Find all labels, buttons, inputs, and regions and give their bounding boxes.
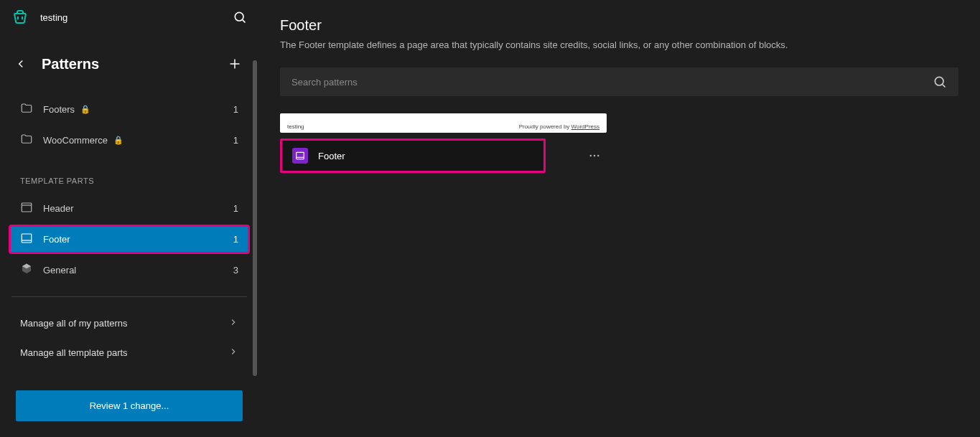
pattern-preview[interactable]: testing Proudly powered by WordPress bbox=[280, 113, 607, 133]
footer-layout-icon bbox=[20, 232, 33, 247]
chevron-right-icon bbox=[228, 347, 238, 359]
svg-rect-1 bbox=[22, 203, 32, 212]
footer-block-icon bbox=[292, 148, 308, 164]
lock-icon: 🔒 bbox=[113, 136, 123, 145]
page-description: The Footer template defines a page area … bbox=[280, 39, 958, 50]
pattern-label: Footer bbox=[318, 151, 345, 161]
nav-item-header[interactable]: Header 1 bbox=[9, 194, 250, 223]
chevron-right-icon bbox=[228, 317, 238, 329]
main-content: Footer The Footer template defines a pag… bbox=[258, 0, 980, 437]
nav-label: Footers 🔒 bbox=[43, 104, 223, 115]
section-label-template-parts: TEMPLATE PARTS bbox=[9, 156, 250, 192]
svg-point-5 bbox=[590, 155, 592, 156]
template-parts-list: Header 1 Footer 1 General 3 bbox=[9, 194, 250, 285]
nav-count: 1 bbox=[233, 234, 238, 245]
nav-item-footer[interactable]: Footer 1 bbox=[9, 225, 250, 254]
review-changes-button[interactable]: Review 1 change... bbox=[16, 390, 243, 421]
general-layout-icon bbox=[20, 263, 33, 278]
nav-item-woocommerce[interactable]: WooCommerce 🔒 1 bbox=[9, 126, 250, 155]
svg-point-0 bbox=[235, 12, 243, 21]
preview-powered-by: Proudly powered by WordPress bbox=[519, 123, 599, 130]
nav-count: 1 bbox=[233, 104, 238, 115]
nav-item-general[interactable]: General 3 bbox=[9, 255, 250, 285]
svg-rect-2 bbox=[22, 234, 32, 243]
scrollbar-thumb[interactable] bbox=[253, 60, 257, 376]
divider bbox=[11, 296, 247, 297]
svg-rect-4 bbox=[297, 152, 304, 159]
header-search-icon[interactable] bbox=[233, 10, 247, 24]
preview-site-title: testing bbox=[287, 123, 304, 130]
nav-count: 1 bbox=[233, 135, 238, 146]
nav-label: WooCommerce 🔒 bbox=[43, 135, 223, 146]
svg-point-6 bbox=[594, 155, 595, 156]
nav-count: 1 bbox=[233, 203, 238, 214]
search-icon[interactable] bbox=[933, 75, 947, 89]
nav-label: Header bbox=[43, 203, 223, 214]
manage-patterns-link[interactable]: Manage all of my patterns bbox=[9, 309, 250, 338]
pattern-card: testing Proudly powered by WordPress Foo… bbox=[280, 113, 607, 173]
sidebar: testing Patterns Footers 🔒 1 bbox=[0, 0, 258, 437]
header-layout-icon bbox=[20, 201, 33, 216]
lock-icon: 🔒 bbox=[80, 105, 90, 114]
pattern-card-row: Footer bbox=[280, 138, 607, 173]
site-title: testing bbox=[40, 12, 67, 23]
sidebar-scroll: Footers 🔒 1 WooCommerce 🔒 1 TEMPLATE PAR… bbox=[0, 93, 258, 379]
pattern-footer-item[interactable]: Footer bbox=[280, 138, 546, 173]
sidebar-top-bar: testing bbox=[0, 0, 258, 34]
nav-count: 3 bbox=[233, 265, 238, 276]
nav-label: Footer bbox=[43, 234, 223, 245]
page-title: Footer bbox=[280, 17, 958, 34]
more-actions-button[interactable] bbox=[582, 144, 607, 168]
search-patterns-bar[interactable] bbox=[280, 67, 958, 96]
site-logo-icon[interactable] bbox=[11, 9, 29, 26]
nav-label: General bbox=[43, 265, 223, 276]
folder-icon bbox=[20, 102, 33, 117]
patterns-header: Patterns bbox=[0, 34, 258, 93]
sidebar-scrollbar[interactable] bbox=[253, 60, 257, 372]
search-patterns-input[interactable] bbox=[291, 77, 933, 88]
add-pattern-button[interactable] bbox=[223, 52, 247, 76]
nav-item-footers[interactable]: Footers 🔒 1 bbox=[9, 95, 250, 124]
svg-point-7 bbox=[597, 155, 599, 156]
pattern-category-list: Footers 🔒 1 WooCommerce 🔒 1 bbox=[9, 95, 250, 155]
svg-point-3 bbox=[935, 77, 943, 85]
back-icon[interactable] bbox=[14, 57, 27, 70]
patterns-title: Patterns bbox=[42, 56, 208, 72]
manage-template-parts-link[interactable]: Manage all template parts bbox=[9, 338, 250, 367]
folder-icon bbox=[20, 133, 33, 148]
